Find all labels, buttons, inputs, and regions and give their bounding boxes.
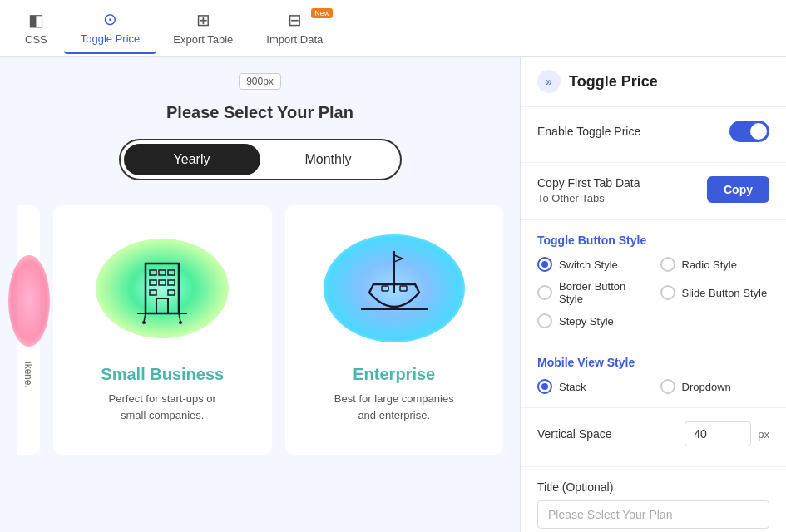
- stack-label: Stack: [559, 381, 586, 393]
- import-data-icon: ⊟: [288, 10, 302, 30]
- partial-card-text1: ike: [22, 362, 34, 374]
- stepy-label: Stepy Style: [559, 315, 614, 328]
- enterprise-illustration: [302, 222, 487, 355]
- toggle-monthly[interactable]: Monthly: [260, 144, 397, 175]
- left-canvas-panel: 900px Please Select Your Plan Yearly Mon…: [0, 57, 520, 532]
- tab-export-table-label: Export Table: [173, 33, 233, 46]
- svg-line-13: [179, 313, 180, 322]
- enterprise-card: Enterprise Best for large companies and …: [285, 205, 504, 455]
- copy-label-block: Copy First Tab Data To Other Tabs: [537, 176, 640, 206]
- svg-rect-1: [150, 270, 156, 275]
- right-settings-panel: » Toggle Price Enable Toggle Price Copy …: [520, 57, 786, 532]
- radio-radio[interactable]: [660, 257, 675, 272]
- toggle-price-icon: ⊙: [103, 9, 117, 29]
- copy-row: Copy First Tab Data To Other Tabs Copy: [537, 176, 769, 206]
- small-business-title: Small Business: [101, 365, 224, 384]
- style-option-slide-button[interactable]: Slide Button Style: [660, 280, 770, 305]
- mobile-option-dropdown[interactable]: Dropdown: [660, 379, 770, 394]
- mobile-view-title: Mobile View Style: [537, 356, 769, 369]
- css-icon: ◧: [28, 10, 44, 30]
- small-business-desc: Perfect for start-ups or small companies…: [109, 391, 216, 423]
- enable-label: Enable Toggle Price: [537, 125, 640, 138]
- svg-rect-7: [150, 290, 156, 295]
- stepy-radio[interactable]: [537, 313, 552, 328]
- vertical-space-unit: px: [758, 428, 769, 441]
- svg-rect-9: [156, 298, 168, 313]
- copy-button[interactable]: Copy: [707, 176, 769, 203]
- svg-rect-6: [168, 280, 175, 285]
- tab-import-data-label: Import Data: [266, 33, 323, 46]
- copy-label: Copy First Tab Data: [537, 176, 640, 190]
- toggle-yearly[interactable]: Yearly: [124, 144, 260, 175]
- partial-card-text2: ne.: [22, 374, 34, 388]
- right-panel-title: Toggle Price: [569, 73, 658, 91]
- dropdown-radio[interactable]: [660, 379, 675, 394]
- main-layout: 900px Please Select Your Plan Yearly Mon…: [0, 57, 786, 532]
- svg-rect-5: [159, 280, 166, 285]
- svg-rect-17: [400, 286, 407, 291]
- small-business-card: Small Business Perfect for start-ups or …: [53, 205, 272, 455]
- svg-line-11: [144, 313, 146, 322]
- partial-card-left: ike ne.: [17, 205, 40, 455]
- dropdown-label: Dropdown: [682, 381, 731, 393]
- copy-section: Copy First Tab Data To Other Tabs Copy: [521, 163, 786, 220]
- slide-button-label: Slide Button Style: [682, 287, 768, 299]
- switch-label: Switch Style: [559, 259, 618, 271]
- new-badge: New: [311, 8, 333, 18]
- plan-title: Please Select Your Plan: [166, 103, 353, 122]
- top-tab-bar: ◧ CSS ⊙ Toggle Price ⊞ Export Table ⊟ Im…: [0, 0, 786, 57]
- radio-label: Radio Style: [682, 259, 737, 271]
- svg-rect-4: [150, 280, 156, 285]
- tab-css[interactable]: ◧ CSS: [8, 3, 64, 52]
- enable-section: Enable Toggle Price: [521, 107, 786, 163]
- enterprise-title: Enterprise: [353, 365, 435, 384]
- canvas-width-badge: 900px: [239, 73, 281, 90]
- enable-toggle-switch[interactable]: [729, 121, 769, 142]
- ship-icon: [357, 247, 432, 330]
- vertical-space-input-row: px: [685, 421, 769, 446]
- slide-button-radio[interactable]: [660, 285, 675, 300]
- svg-rect-0: [146, 264, 179, 313]
- border-button-label: Border Button Style: [559, 280, 647, 305]
- mobile-option-stack[interactable]: Stack: [537, 379, 647, 394]
- mobile-view-options: Stack Dropdown: [537, 379, 769, 394]
- switch-radio[interactable]: [537, 257, 552, 272]
- copy-sublabel: To Other Tabs: [537, 191, 640, 206]
- button-style-section: Toggle Button Style Switch Style Radio S…: [521, 220, 786, 342]
- svg-point-12: [142, 321, 146, 324]
- title-optional-label: Title (Optional): [537, 480, 769, 494]
- right-panel-header: » Toggle Price: [521, 57, 786, 107]
- style-option-radio[interactable]: Radio Style: [660, 257, 770, 272]
- vertical-space-input[interactable]: [685, 421, 751, 446]
- enterprise-desc: Best for large companies and enterprise.: [334, 391, 454, 423]
- vertical-space-row: Vertical Space px: [537, 421, 769, 446]
- tab-css-label: CSS: [25, 33, 47, 46]
- expand-panel-button[interactable]: »: [537, 70, 561, 93]
- small-business-illustration: [70, 222, 255, 355]
- mobile-view-section: Mobile View Style Stack Dropdown: [521, 342, 786, 408]
- svg-point-14: [179, 321, 182, 324]
- tab-import-data[interactable]: ⊟ Import Data New: [250, 3, 339, 52]
- building-icon: [129, 247, 195, 330]
- enable-row: Enable Toggle Price: [537, 121, 769, 142]
- svg-rect-8: [168, 290, 175, 295]
- svg-rect-16: [382, 286, 388, 291]
- vertical-space-label: Vertical Space: [537, 427, 612, 441]
- svg-rect-3: [168, 270, 175, 275]
- title-optional-input[interactable]: [537, 500, 769, 529]
- style-option-border-button[interactable]: Border Button Style: [537, 280, 647, 305]
- tab-toggle-price[interactable]: ⊙ Toggle Price: [64, 2, 157, 54]
- title-optional-section: Title (Optional): [521, 467, 786, 532]
- style-option-switch[interactable]: Switch Style: [537, 257, 647, 272]
- tab-toggle-price-label: Toggle Price: [81, 32, 141, 45]
- border-button-radio[interactable]: [537, 285, 552, 300]
- button-style-title: Toggle Button Style: [537, 234, 769, 247]
- vertical-space-section: Vertical Space px: [521, 408, 786, 467]
- export-table-icon: ⊞: [196, 10, 210, 30]
- style-option-stepy[interactable]: Stepy Style: [537, 313, 769, 328]
- button-style-options: Switch Style Radio Style Border Button S…: [537, 257, 769, 328]
- tab-export-table[interactable]: ⊞ Export Table: [156, 3, 250, 52]
- stack-radio[interactable]: [537, 379, 552, 394]
- svg-rect-2: [159, 270, 166, 275]
- plan-toggle[interactable]: Yearly Monthly: [119, 139, 402, 180]
